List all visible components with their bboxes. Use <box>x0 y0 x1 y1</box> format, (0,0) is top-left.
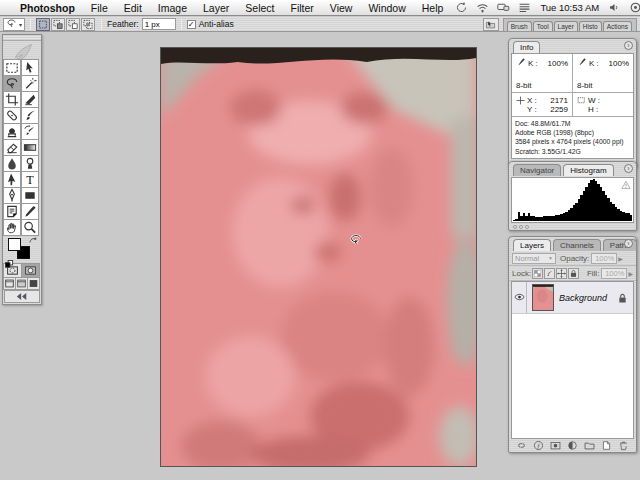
slice-tool[interactable] <box>21 91 39 108</box>
crop-tool[interactable] <box>3 91 21 108</box>
bit-depth-label[interactable]: 8-bit <box>516 81 568 90</box>
channel-label: K : <box>589 59 599 68</box>
histogram-tab-histogram[interactable]: Histogram <box>563 164 613 176</box>
well-tab-tool[interactable]: Tool <box>533 21 553 31</box>
delete-layer-icon[interactable] <box>617 440 630 451</box>
opacity-stepper-icon[interactable]: ▶ <box>618 255 623 262</box>
healing-brush-tool[interactable] <box>3 107 21 124</box>
new-selection-button[interactable] <box>36 18 50 31</box>
sync-icon[interactable] <box>454 1 469 14</box>
menu-extras-icon[interactable] <box>517 1 532 14</box>
eyedropper-icon <box>577 57 589 69</box>
layer-row[interactable]: Background <box>512 282 633 314</box>
layers-tab-layers[interactable]: Layers <box>513 239 551 251</box>
brush-tool[interactable] <box>21 107 39 124</box>
subtract-from-selection-button[interactable] <box>66 18 80 31</box>
layer-set-icon[interactable] <box>583 440 596 451</box>
menu-image[interactable]: Image <box>150 2 195 14</box>
layer-style-icon[interactable]: f <box>532 440 545 451</box>
layer-mask-icon[interactable] <box>549 440 562 451</box>
info-tab-info[interactable]: Info <box>513 41 540 53</box>
well-tab-histo[interactable]: Histo <box>579 21 602 31</box>
layers-tab-channels[interactable]: Channels <box>553 239 601 251</box>
adjustment-layer-icon[interactable] <box>566 440 579 451</box>
dimensions-icon <box>577 96 586 114</box>
well-tab-actions[interactable]: Actions <box>603 21 632 31</box>
palette-menu-icon[interactable]: › <box>624 164 633 173</box>
menu-layer[interactable]: Layer <box>195 2 237 14</box>
layer-name[interactable]: Background <box>559 293 607 303</box>
type-tool[interactable]: T <box>21 171 39 188</box>
magic-wand-tool[interactable] <box>21 75 39 92</box>
path-selection-tool[interactable] <box>3 171 21 188</box>
lock-transparency-icon[interactable] <box>532 268 543 279</box>
opacity-field[interactable]: 100% <box>591 253 617 264</box>
eyedropper-tool[interactable] <box>21 203 39 220</box>
lasso-tool[interactable] <box>3 75 21 92</box>
fill-stepper-icon[interactable]: ▶ <box>628 270 633 277</box>
anti-alias-checkbox[interactable]: ✓ Anti-alias <box>187 19 234 29</box>
displays-icon[interactable] <box>496 1 511 14</box>
menu-help[interactable]: Help <box>414 2 452 14</box>
menu-clock[interactable]: Tue 10:53 AM <box>535 2 604 13</box>
fullscreen-button[interactable] <box>27 277 40 290</box>
menu-photoshop[interactable]: Photoshop <box>12 2 83 14</box>
file-browser-button[interactable] <box>483 18 499 31</box>
palette-menu-icon[interactable]: › <box>624 41 633 50</box>
move-tool[interactable] <box>21 59 39 76</box>
foreground-color-swatch[interactable] <box>8 238 21 251</box>
menu-window[interactable]: Window <box>360 2 413 14</box>
feather-input[interactable] <box>142 18 176 30</box>
palette-menu-icon[interactable]: › <box>624 239 633 248</box>
lock-all-icon[interactable] <box>568 268 579 279</box>
palette-resize-handle[interactable] <box>509 224 636 230</box>
fill-field[interactable]: 100% <box>601 268 627 279</box>
checkbox-check-icon: ✓ <box>187 20 196 29</box>
zoom-tool[interactable] <box>21 219 39 236</box>
new-layer-icon[interactable] <box>600 440 613 451</box>
history-brush-tool[interactable] <box>21 123 39 140</box>
menu-file[interactable]: File <box>83 2 116 14</box>
blend-mode-select[interactable]: Normal▼ <box>512 253 556 264</box>
info-palette: Info› K : 100% 8-bit K : 100% <box>508 38 637 168</box>
lock-pixels-icon[interactable] <box>544 268 555 279</box>
link-layers-icon[interactable] <box>515 440 528 451</box>
add-to-selection-button[interactable] <box>51 18 65 31</box>
well-tab-layer[interactable]: Layer <box>554 21 578 31</box>
doc-info-line-1: Adobe RGB (1998) (8bpc) <box>515 128 630 137</box>
eye-icon <box>514 293 525 303</box>
gradient-tool[interactable] <box>21 139 39 156</box>
intersect-selection-button[interactable] <box>81 18 95 31</box>
bit-depth-label[interactable]: 8-bit <box>577 81 629 90</box>
rectangular-marquee-tool[interactable] <box>3 59 21 76</box>
menu-view[interactable]: View <box>322 2 361 14</box>
eraser-tool[interactable] <box>3 139 21 156</box>
histogram-tab-navigator[interactable]: Navigator <box>513 164 561 176</box>
photoshop-feather-logo-icon[interactable] <box>3 41 41 60</box>
blur-tool[interactable] <box>3 155 21 172</box>
search-menu-icon[interactable] <box>628 1 640 14</box>
airport-icon[interactable] <box>475 1 490 14</box>
dodge-tool[interactable] <box>21 155 39 172</box>
clone-stamp-tool[interactable] <box>3 123 21 140</box>
cache-warning-icon[interactable] <box>621 180 631 190</box>
volume-icon[interactable] <box>607 1 622 14</box>
shape-tool[interactable] <box>21 187 39 204</box>
document-image[interactable] <box>160 47 477 467</box>
pen-tool[interactable] <box>3 187 21 204</box>
toolbox-palette: T <box>2 34 42 305</box>
swap-colors-icon[interactable] <box>29 237 38 246</box>
well-tab-brush[interactable]: Brush <box>507 21 532 31</box>
edit-in-imageready-button[interactable] <box>4 290 40 303</box>
menu-edit[interactable]: Edit <box>116 2 150 14</box>
lock-position-icon[interactable] <box>556 268 567 279</box>
hand-tool[interactable] <box>3 219 21 236</box>
notes-tool[interactable] <box>3 203 21 220</box>
layer-visibility-toggle[interactable] <box>512 282 527 313</box>
menu-filter[interactable]: Filter <box>282 2 321 14</box>
lasso-cursor <box>349 233 363 247</box>
quick-mask-mode-button[interactable] <box>21 263 40 278</box>
menu-select[interactable]: Select <box>237 2 282 14</box>
tool-preset-picker[interactable]: ▾ <box>3 18 25 31</box>
default-colors-icon[interactable] <box>5 254 14 262</box>
